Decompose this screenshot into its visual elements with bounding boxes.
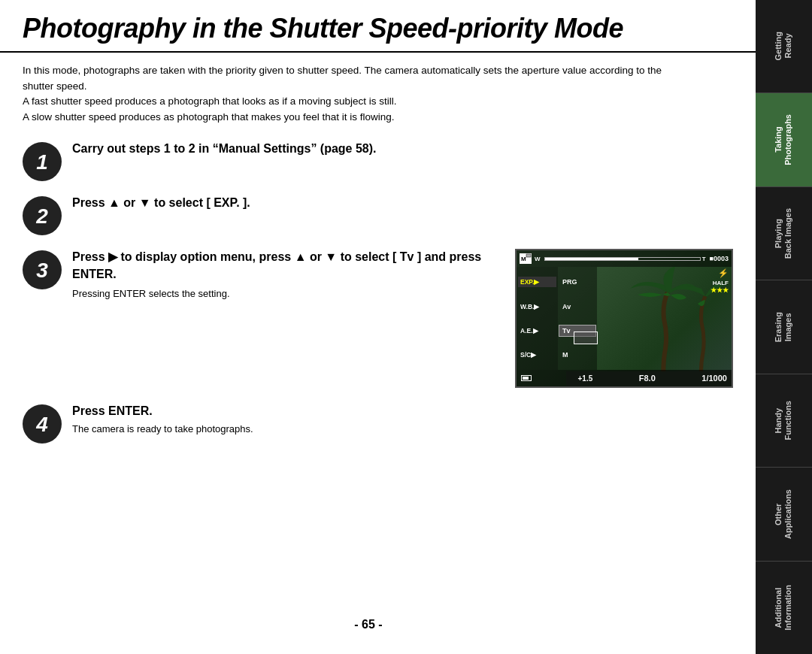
lcd-battery-area <box>521 375 532 381</box>
step-3-title: Press ▶ to display option menu, press ▲ … <box>72 249 500 283</box>
lcd-right-av: Av <box>559 301 595 312</box>
lcd-shutter: 1/1000 <box>701 374 727 383</box>
lcd-half-label: HALF <box>710 280 729 286</box>
sidebar-tab-handy-label: HandyFunctions <box>774 401 793 441</box>
step-2-number: 2 <box>23 196 62 235</box>
sidebar-tab-taking-photos-label: TakingPhotographs <box>774 114 793 165</box>
sidebar-tab-other[interactable]: OtherApplications <box>756 468 812 561</box>
sidebar-tab-additional[interactable]: AdditionalInformation <box>756 562 812 654</box>
lcd-display: M W T ■0003 EXP.▶ W.B.▶ A.E.▶ <box>517 250 732 386</box>
intro-line-1: In this mode, photographs are taken with… <box>23 63 692 95</box>
lcd-exposure-bar <box>544 257 701 261</box>
sidebar-tab-erasing[interactable]: ErasingImages <box>756 280 812 374</box>
lcd-exposure-value: +1.5 <box>578 374 593 383</box>
intro-text: In this mode, photographs are taken with… <box>0 53 714 134</box>
svg-text:M: M <box>521 256 526 262</box>
sidebar-tab-taking-photos[interactable]: TakingPhotographs <box>756 93 812 186</box>
lcd-top-bar: M W T ■0003 <box>517 250 732 267</box>
lcd-menu-sc: S/C▶ <box>518 350 556 360</box>
step-3-number: 3 <box>23 250 62 289</box>
svg-text:4: 4 <box>35 413 48 436</box>
lcd-aperture: F8.0 <box>639 374 656 383</box>
svg-text:1: 1 <box>36 150 48 174</box>
sidebar-tab-playing-back[interactable]: PlayingBack Images <box>756 187 812 280</box>
lcd-t-label: T <box>702 256 706 262</box>
step-1-content: Carry out steps 1 to 2 in “Manual Settin… <box>72 141 733 159</box>
intro-line-2: A fast shutter speed produces a photogra… <box>23 94 692 110</box>
step-1-title: Carry out steps 1 to 2 in “Manual Settin… <box>72 141 733 157</box>
intro-line-3: A slow shutter speed produces as photogr… <box>23 110 692 126</box>
step-1: 1 Carry out steps 1 to 2 in “Manual Sett… <box>23 141 733 181</box>
lcd-stars: ★★★ <box>710 286 729 294</box>
lcd-right-prg: PRG <box>559 277 595 287</box>
lcd-mode-icon: M <box>520 253 532 264</box>
camera-lcd-screen: M W T ■0003 EXP.▶ W.B.▶ A.E.▶ <box>515 249 733 388</box>
lcd-battery-fill <box>523 377 529 380</box>
step-1-number: 1 <box>23 142 62 181</box>
step-2-title: Press ▲ or ▼ to select [ EXP. ]. <box>72 195 733 211</box>
lcd-menu-right: PRG Av Tv M <box>558 267 597 370</box>
page-number: - 65 - <box>0 603 737 639</box>
step-4-title: Press ENTER. <box>72 403 733 419</box>
sidebar-tab-getting-ready-label: GettingReady <box>774 32 793 61</box>
page-title: Photography in the Shutter Speed-priorit… <box>23 14 733 44</box>
sidebar-tab-additional-label: AdditionalInformation <box>774 585 793 631</box>
svg-text:3: 3 <box>36 259 48 282</box>
svg-text:2: 2 <box>35 204 48 228</box>
sidebar-tab-other-label: OtherApplications <box>774 489 793 539</box>
lcd-flash-icon: ⚡ <box>710 268 729 278</box>
step-4-number: 4 <box>23 404 62 444</box>
lcd-menu-left: EXP.▶ W.B.▶ A.E.▶ S/C▶ <box>517 267 558 370</box>
step-2: 2 Press ▲ or ▼ to select [ EXP. ]. <box>23 195 733 235</box>
lcd-w-label: W <box>535 256 541 262</box>
step-4: 4 Press ENTER. The camera is ready to ta… <box>23 403 733 444</box>
svg-rect-10 <box>526 254 531 257</box>
sidebar-tab-playing-back-label: PlayingBack Images <box>774 208 793 259</box>
sidebar: GettingReady TakingPhotographs PlayingBa… <box>756 0 812 654</box>
page-container: Photography in the Shutter Speed-priorit… <box>0 0 756 654</box>
sidebar-tab-erasing-label: ErasingImages <box>774 312 793 342</box>
lcd-bottom-bar: +1.5 F8.0 1/1000 <box>517 370 732 386</box>
step-3: 3 Press ▶ to display option menu, press … <box>23 249 500 301</box>
lcd-menu-exp: EXP.▶ <box>518 277 556 287</box>
steps-area: 1 Carry out steps 1 to 2 in “Manual Sett… <box>0 133 756 465</box>
title-area: Photography in the Shutter Speed-priorit… <box>0 0 756 51</box>
step-4-content: Press ENTER. The camera is ready to take… <box>72 403 733 436</box>
lcd-menu-ae: A.E.▶ <box>518 325 556 336</box>
sidebar-tab-handy[interactable]: HandyFunctions <box>756 374 812 468</box>
step-4-subtitle: The camera is ready to take photographs. <box>72 422 733 436</box>
sidebar-tab-getting-ready[interactable]: GettingReady <box>756 0 812 93</box>
lcd-frame-count: ■0003 <box>710 255 729 262</box>
lcd-battery-icon <box>521 375 532 381</box>
step-3-content: Press ▶ to display option menu, press ▲ … <box>72 249 500 301</box>
lcd-menu-wb: W.B.▶ <box>518 301 556 312</box>
lcd-tv-selection-box <box>574 332 598 344</box>
step-3-subtitle: Pressing ENTER selects the setting. <box>72 287 500 301</box>
lcd-top-right: ⚡ HALF ★★★ <box>710 268 729 294</box>
step-3-row: 3 Press ▶ to display option menu, press … <box>23 249 733 388</box>
lcd-right-m: M <box>559 350 595 360</box>
step-2-content: Press ▲ or ▼ to select [ EXP. ]. <box>72 195 733 213</box>
